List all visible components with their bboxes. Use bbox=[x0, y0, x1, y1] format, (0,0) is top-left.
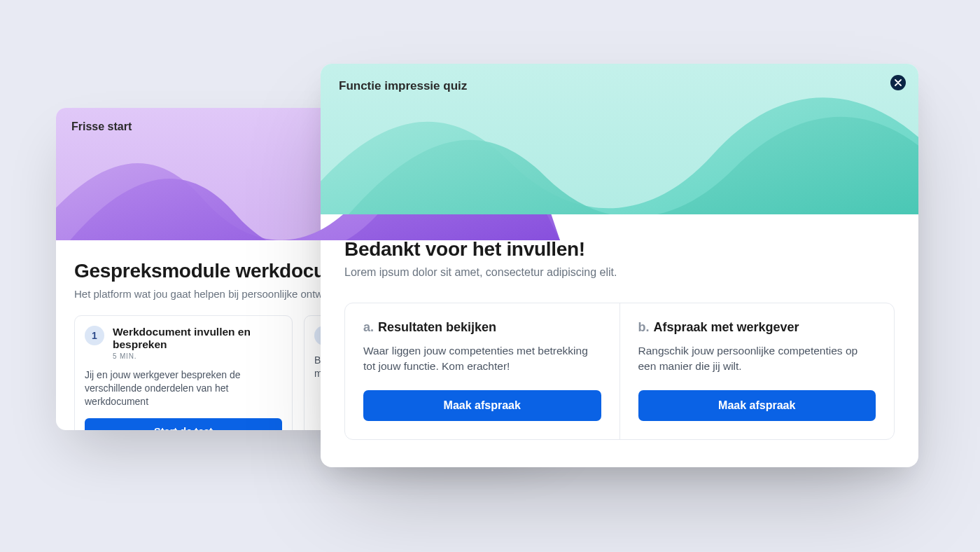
close-button[interactable] bbox=[890, 75, 906, 90]
back-card-header-title: Frisse start bbox=[71, 120, 545, 133]
option-title-text: Afspraak met werkgever bbox=[654, 320, 799, 334]
close-icon bbox=[895, 79, 902, 86]
step-number-badge: 1 bbox=[85, 326, 104, 345]
make-appointment-button-b[interactable]: Maak afspraak bbox=[638, 390, 876, 421]
start-test-button[interactable]: Start de test bbox=[85, 418, 282, 430]
front-card-subtitle: Lorem ipsum dolor sit amet, consectetur … bbox=[344, 266, 895, 279]
step-title: Werkdocument invullen en bespreken bbox=[113, 326, 282, 351]
make-appointment-button-a[interactable]: Maak afspraak bbox=[363, 390, 601, 421]
option-title: a.Resultaten bekijken bbox=[363, 320, 601, 335]
front-card-header: Functie impressie quiz bbox=[321, 64, 918, 214]
option-description: Rangschik jouw persoonlijke competenties… bbox=[638, 343, 876, 375]
option-title: b.Afspraak met werkgever bbox=[638, 320, 876, 335]
step-duration: 5 MIN. bbox=[113, 352, 282, 360]
front-card-body: Bedankt voor het invullen! Lorem ipsum d… bbox=[321, 214, 918, 461]
front-card-title: Bedankt voor het invullen! bbox=[344, 238, 895, 261]
option-letter: a. bbox=[363, 320, 374, 334]
option-letter: b. bbox=[638, 320, 650, 334]
step-description: Jij en jouw werkgever bespreken de versc… bbox=[85, 368, 282, 408]
front-card-header-title: Functie impressie quiz bbox=[339, 79, 900, 93]
options-container: a.Resultaten bekijken Waar liggen jouw c… bbox=[344, 303, 895, 440]
option-title-text: Resultaten bekijken bbox=[378, 320, 496, 334]
option-b: b.Afspraak met werkgever Rangschik jouw … bbox=[620, 303, 895, 439]
option-a: a.Resultaten bekijken Waar liggen jouw c… bbox=[345, 303, 620, 439]
option-description: Waar liggen jouw competenties met betrek… bbox=[363, 343, 601, 375]
step-card-1: 1 Werkdocument invullen en bespreken 5 M… bbox=[74, 315, 293, 430]
